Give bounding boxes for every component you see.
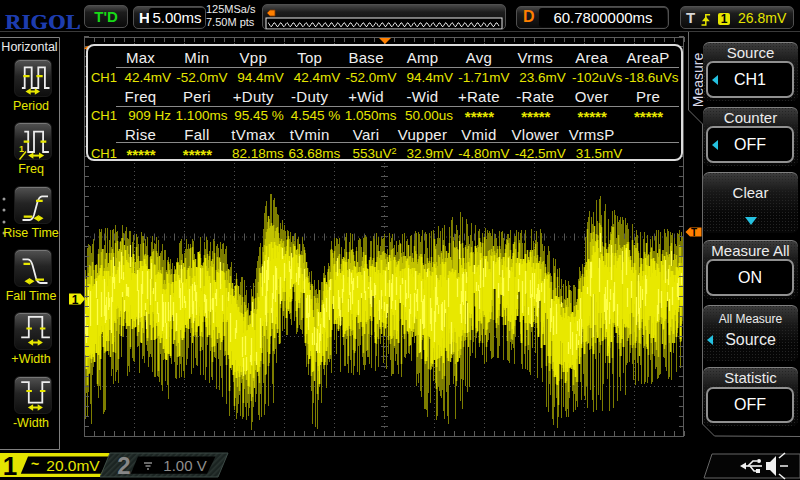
svg-text:2: 2 [117, 452, 130, 478]
svg-text:T: T [691, 227, 697, 238]
svg-text:1: 1 [3, 451, 17, 478]
svg-text:20.0mV: 20.0mV [46, 457, 100, 474]
svg-text:1: 1 [72, 293, 79, 307]
svg-text:1.00 V: 1.00 V [163, 457, 206, 474]
svg-text:1: 1 [19, 144, 24, 154]
svg-text:~: ~ [31, 456, 39, 472]
